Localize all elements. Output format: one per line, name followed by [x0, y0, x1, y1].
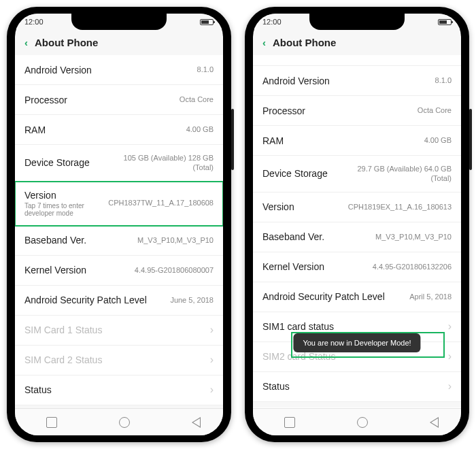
row-left: Processor [262, 105, 305, 116]
row-label: SIM Card 2 Status [24, 354, 102, 365]
chevron-right-icon: › [448, 350, 452, 363]
settings-row[interactable]: RAM4.00 GB [15, 115, 223, 145]
row-label: Android Version [262, 76, 330, 86]
settings-row[interactable]: Baseband Ver.M_V3_P10,M_V3_P10 [15, 226, 223, 256]
chevron-right-icon: › [210, 324, 214, 336]
row-right: › [444, 320, 452, 333]
settings-row[interactable]: Status› [15, 375, 223, 405]
status-icons [200, 19, 214, 25]
row-label: Android Security Patch Level [262, 291, 385, 302]
row-label: Device Storage [24, 157, 90, 168]
notch [309, 14, 405, 30]
settings-row[interactable]: Kernel Version4.4.95-G201806132206 [253, 252, 461, 282]
row-value: Octa Core [418, 105, 452, 115]
row-left: SIM Card 2 Status [24, 354, 102, 365]
row-value: Octa Core [180, 95, 214, 104]
row-right: April 5, 2018 [409, 292, 452, 301]
settings-row[interactable]: ProcessorOcta Core [15, 85, 223, 115]
chevron-right-icon: › [210, 354, 214, 366]
nav-bar [253, 408, 461, 435]
content-right[interactable]: Android Version8.1.0ProcessorOcta CoreRA… [253, 55, 461, 408]
row-label: Status [262, 381, 290, 392]
settings-row[interactable]: Status› [253, 372, 461, 402]
settings-row[interactable]: ProcessorOcta Core [253, 96, 461, 126]
row-right: › [206, 354, 214, 366]
settings-row[interactable]: Android Version8.1.0 [15, 55, 223, 85]
header-title: About Phone [35, 37, 98, 48]
header: ‹ About Phone [15, 30, 223, 55]
row-value: June 5, 2018 [170, 295, 214, 305]
settings-row[interactable]: RAM4.00 GB [253, 126, 461, 156]
row-right: M_V3_P10,M_V3_P10 [137, 235, 214, 245]
settings-row[interactable]: Kernel Version4.4.95-G201806080007 [15, 256, 223, 286]
row-label: SIM Card 1 Status [24, 324, 102, 335]
row-right: 8.1.0 [197, 65, 214, 74]
nav-home[interactable] [357, 417, 368, 428]
status-time: 12:00 [24, 18, 44, 26]
chevron-right-icon: › [448, 320, 452, 333]
row-label: Version [24, 190, 108, 201]
row-left: Kernel Version [24, 265, 86, 275]
row-value: 8.1.0 [197, 65, 214, 74]
battery-icon [200, 19, 214, 25]
row-left: Device Storage [24, 157, 90, 168]
row-label: Kernel Version [24, 265, 86, 275]
row-right: CPH1819EX_11_A.16_180613 [348, 202, 452, 212]
row-sublabel: Tap 7 times to enter developer mode [24, 202, 108, 217]
header-title: About Phone [273, 37, 336, 48]
settings-row[interactable]: Android Security Patch LevelApril 5, 201… [253, 282, 461, 312]
row-label: RAM [24, 124, 46, 135]
settings-row[interactable]: Device Storage105 GB (Available) 128 GB … [15, 145, 223, 182]
row-value: CPH1819EX_11_A.16_180613 [348, 202, 452, 212]
row-left: Baseband Ver. [262, 231, 324, 242]
settings-row[interactable]: SIM Card 2 Status› [15, 346, 223, 375]
settings-row[interactable]: Baseband Ver.M_V3_P10,M_V3_P10 [253, 222, 461, 252]
nav-home[interactable] [119, 417, 130, 428]
row-value: CPH1837TW_11_A.17_180608 [108, 198, 214, 207]
settings-row[interactable]: VersionCPH1819EX_11_A.16_180613 [253, 193, 461, 222]
row-right: June 5, 2018 [170, 295, 214, 305]
row-label: Device Storage [262, 168, 328, 179]
back-icon[interactable]: ‹ [262, 37, 266, 48]
nav-bar [15, 408, 223, 435]
row-right: CPH1837TW_11_A.17_180608 [108, 198, 214, 207]
row-value: 4.4.95-G201806080007 [135, 265, 214, 275]
row-left: Device Storage [262, 168, 328, 179]
settings-row[interactable]: Android Security Patch LevelJune 5, 2018 [15, 286, 223, 316]
content-left[interactable]: Android Version8.1.0ProcessorOcta CoreRA… [15, 55, 223, 408]
settings-row[interactable]: Legal Information› [253, 407, 461, 408]
row-right: Octa Core [418, 105, 452, 115]
row-value: 4.4.95-G201806132206 [373, 262, 452, 271]
settings-row[interactable]: Android Version8.1.0 [253, 66, 461, 96]
row-value: M_V3_P10,M_V3_P10 [375, 232, 452, 241]
chevron-right-icon: › [448, 380, 452, 392]
row-label: Android Version [24, 65, 92, 76]
header: ‹ About Phone [253, 30, 461, 55]
row-label: Kernel Version [262, 261, 324, 272]
row-left: Version [262, 201, 294, 212]
row-label: SIM2 card Status [262, 351, 335, 362]
settings-row[interactable]: Device Storage29.7 GB (Available) 64.0 G… [253, 156, 461, 193]
row-left: Processor [24, 95, 67, 105]
row-value: 4.00 GB [424, 135, 452, 145]
settings-row[interactable]: SIM Card 1 Status› [15, 316, 223, 346]
row-label: Version [262, 201, 294, 212]
partial-row[interactable] [253, 55, 461, 66]
phone-left: 12:00 ‹ About Phone Android Version8.1.0… [7, 7, 231, 442]
row-right: 4.4.95-G201806080007 [135, 265, 214, 275]
back-icon[interactable]: ‹ [24, 37, 28, 48]
nav-recents[interactable] [46, 417, 57, 428]
row-right: › [444, 350, 452, 363]
row-right: 29.7 GB (Available) 64.0 GB (Total) [343, 164, 452, 184]
status-time: 12:00 [262, 18, 282, 26]
toast-developer-mode: You are now in Developer Mode! [293, 333, 420, 352]
row-label: Baseband Ver. [262, 231, 324, 242]
row-left: Android Security Patch Level [262, 291, 385, 302]
nav-recents[interactable] [284, 417, 295, 428]
screen-right: 12:00 ‹ About Phone Android Version8.1.0… [253, 14, 461, 435]
battery-icon [438, 19, 452, 25]
row-value: April 5, 2018 [409, 292, 452, 301]
settings-row[interactable]: VersionTap 7 times to enter developer mo… [15, 182, 223, 226]
row-label: Processor [24, 95, 67, 105]
row-value: 29.7 GB (Available) 64.0 GB (Total) [343, 164, 452, 184]
